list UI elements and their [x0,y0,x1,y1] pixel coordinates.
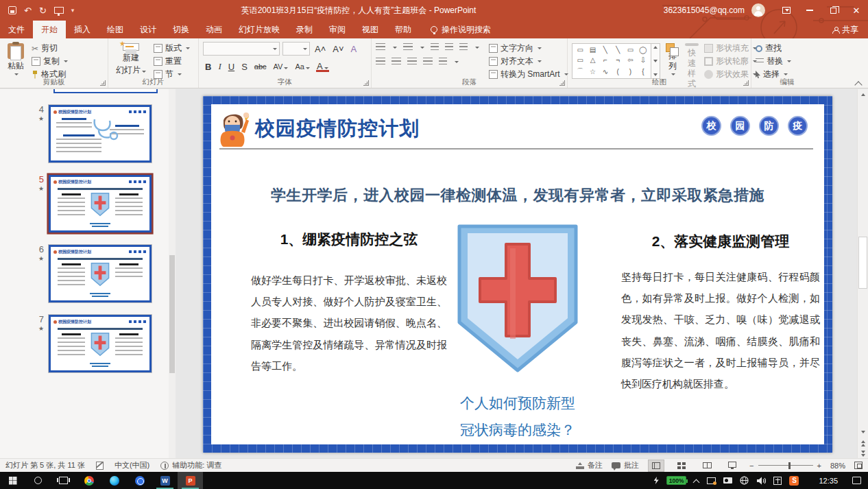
reading-view-button[interactable] [699,460,715,472]
normal-view-button[interactable] [648,460,664,472]
save-icon[interactable] [8,6,16,14]
paste-button[interactable]: 粘贴 [4,42,27,77]
clock-app-taskbar-button[interactable] [127,472,152,489]
collapse-ribbon-button[interactable] [856,81,863,85]
redo-icon[interactable]: ↻ [39,6,47,15]
zoom-slider-knob[interactable] [788,462,791,469]
animation-star-icon[interactable]: ★ [30,115,44,122]
line-spacing-icon[interactable] [459,43,468,51]
shapes-gallery[interactable]: ▭▤╲╲▭◯ ▭△⌐¬⇦⇩ ⌒☆∿(){ [572,43,651,79]
tab-file[interactable]: 文件 [0,21,33,38]
layout-button[interactable]: 版式 [154,43,190,54]
zoom-slider[interactable] [758,465,813,466]
bold-button[interactable]: B [203,61,213,73]
tab-view[interactable]: 视图 [354,21,387,38]
clear-formatting-button[interactable]: A [349,43,359,55]
editor-scrollbar[interactable] [857,89,868,458]
strikethrough-button[interactable]: abc [252,62,269,71]
italic-button[interactable]: I [216,60,223,73]
align-center-icon[interactable] [391,58,401,66]
change-case-button[interactable]: Aa [293,62,311,71]
shrink-font-button[interactable]: A˅ [330,43,346,55]
ribbon-display-options-button[interactable] [775,0,798,21]
tell-me-search[interactable]: 操作说明搜索 [431,21,491,38]
text-shadow-button[interactable]: S [239,61,250,73]
align-text-button[interactable]: 对齐文本 [489,56,568,67]
sogou-input-icon[interactable]: S [789,476,799,486]
next-slide-button[interactable] [858,449,868,458]
tab-home[interactable]: 开始 [33,21,66,38]
chrome-taskbar-button[interactable] [76,472,101,489]
clock-time[interactable]: 12:35 [819,477,838,485]
powerpoint-taskbar-button[interactable]: P [178,472,203,489]
copy-button[interactable]: 复制 [32,56,68,67]
slide-heading[interactable]: 学生开学后，进入校园一律检测体温，发现有异常者，立即采取紧急措施 [232,185,804,206]
columns-icon[interactable] [439,58,447,66]
network-globe-icon[interactable] [740,476,749,485]
shape-outline-button[interactable]: 形状轮廓 [704,56,757,67]
account-avatar[interactable] [751,3,765,17]
tab-record[interactable]: 录制 [288,21,321,38]
numbering-icon[interactable] [403,43,413,51]
thumbnail-partial-slide3[interactable] [53,89,158,93]
character-spacing-button[interactable]: AV [272,62,291,71]
fit-slide-to-window-button[interactable] [854,462,863,469]
maximize-button[interactable] [821,0,845,21]
tab-animations[interactable]: 动画 [197,21,230,38]
spellcheck-icon[interactable] [96,462,104,470]
word-taskbar-button[interactable]: W [152,472,178,489]
slide-canvas[interactable]: 校园疫情防控计划 校 园 防 疫 学生开学后，进入校园一律检测体温，发现有异常者… [203,96,832,453]
zoom-out-button[interactable]: − [749,462,754,470]
tab-slideshow[interactable]: 幻灯片放映 [230,21,288,38]
thumbnail-slide-7[interactable]: 7 ★ 校园疫情防控计划 [30,314,176,373]
edge-taskbar-button[interactable] [101,472,127,489]
task-view-button[interactable] [51,472,76,489]
tab-design[interactable]: 设计 [132,21,165,38]
text-direction-button[interactable]: 文字方向 [489,43,568,54]
font-dialog-launcher[interactable] [363,80,369,86]
slide-sorter-view-button[interactable] [673,460,690,472]
grow-font-button[interactable]: A˄ [313,43,328,55]
tab-review[interactable]: 审阅 [321,21,354,38]
slide-counter[interactable]: 幻灯片 第 5 张, 共 11 张 [5,460,85,470]
scroll-up-arrow[interactable] [858,89,868,100]
tab-transitions[interactable]: 切换 [165,21,197,38]
paragraph-dialog-launcher[interactable] [559,80,565,86]
scroll-down-arrow[interactable] [858,427,868,438]
clipboard-dialog-launcher[interactable] [100,80,106,86]
ime-indicator-icon[interactable] [773,477,782,485]
accessibility-status[interactable]: 辅助功能: 调查 [160,460,221,470]
thumbnail-scrollbar[interactable] [169,89,176,458]
undo-icon[interactable]: ↶ [24,6,32,15]
shape-fill-button[interactable]: 形状填充 [704,43,757,54]
close-button[interactable]: ✕ [845,0,868,21]
thumbnail-slide-4[interactable]: 4 ★ 校园疫情防控计划 [30,104,176,163]
arrange-button[interactable]: 排列 [664,42,681,77]
thumbnail-slide-5-selected[interactable]: 5 ★ 校园疫情防控计划 [30,174,176,233]
camera-tray-icon[interactable] [723,477,732,484]
left-column[interactable]: 1、绷紧疫情防控之弦 做好学生每日打卡、开学返校审批、未返校人员专人对接、做好个… [251,230,447,377]
minimize-button[interactable] [798,0,821,21]
scrollbar-thumb[interactable] [858,237,867,288]
quick-styles-button[interactable]: 快速样式 [685,42,699,77]
cut-button[interactable]: ✂剪切 [32,43,68,54]
hidden-icons-chevron[interactable] [694,478,699,484]
previous-slide-button[interactable] [858,438,868,448]
bullets-icon[interactable] [376,43,385,51]
comments-toggle[interactable]: 批注 [612,460,639,470]
display-tray-icon[interactable] [707,477,716,484]
start-button[interactable] [0,472,25,489]
animation-star-icon[interactable]: ★ [30,325,44,332]
battery-indicator[interactable]: 100% [666,476,687,485]
justify-icon[interactable] [423,58,433,66]
thumbnail-slide-6[interactable]: 6 ★ 校园疫情防控计划 [30,244,176,303]
volume-icon[interactable] [756,477,766,485]
replace-button[interactable]: 替换 [756,56,791,67]
search-button[interactable] [25,472,51,489]
align-left-icon[interactable] [376,58,385,66]
font-name-select[interactable] [203,42,280,56]
customize-qat-icon[interactable]: ▾ [71,7,75,14]
share-button[interactable]: 共享 [832,21,858,38]
new-slide-button[interactable]: ★ 新建 幻灯片 [112,42,149,77]
font-color-button[interactable]: A [315,60,330,73]
